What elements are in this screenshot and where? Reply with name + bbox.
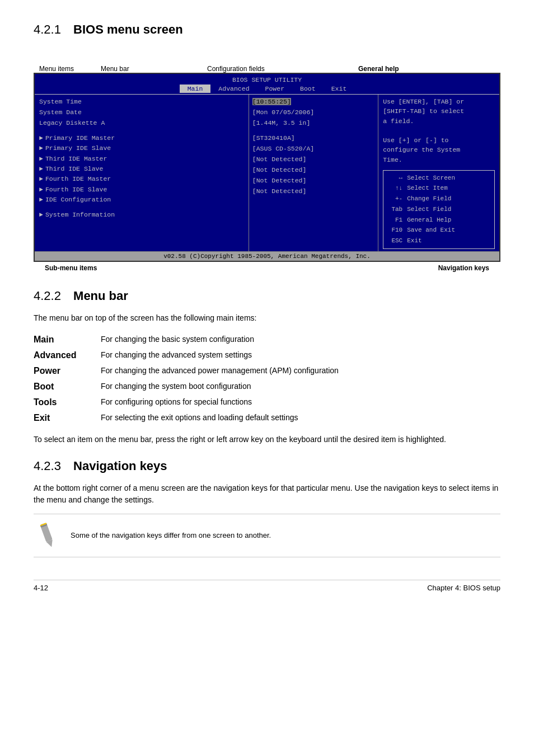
bios-item-ide-config: ►IDE Configuration [39, 195, 244, 205]
bios-menu-boot[interactable]: Boot [292, 84, 324, 93]
bios-item-primary-master: ►Primary IDE Master [39, 133, 244, 143]
diagram-labels-top: Menu items Menu bar Configuration fields… [34, 46, 500, 73]
bios-ide-val-3: [Not Detected] [252, 154, 374, 165]
menubar-table-row: AdvancedFor changing the advanced system… [34, 348, 500, 363]
label-menu-bar: Menu bar [101, 65, 129, 73]
bios-menu-power[interactable]: Power [257, 84, 293, 93]
bios-item-third-master: ►Third IDE Master [39, 154, 244, 164]
section-422-title: 4.2.2 Menu bar [34, 289, 500, 303]
bios-nav-row-change: +- Change Field [387, 194, 491, 204]
menubar-item-desc: For configuring options for special func… [101, 395, 500, 410]
bios-help-text: Use [ENTER], [TAB] or [SHIFT-TAB] to sel… [383, 97, 495, 165]
menubar-table-row: ExitFor selecting the exit options and l… [34, 410, 500, 426]
bios-nav-row-screen: ↔ Select Screen [387, 173, 491, 184]
bios-ide-val-1: [ST320410A] [252, 133, 374, 144]
bios-item-diskette: Legacy Diskette A [39, 118, 244, 129]
bios-item-sysname: System Time [39, 97, 244, 107]
menubar-table-row: ToolsFor configuring options for special… [34, 395, 500, 410]
bios-values: [10:55:25] [Mon 07/05/2006] [1.44M, 3.5 … [252, 97, 374, 129]
bios-item-third-slave: ►Third IDE Slave [39, 164, 244, 174]
bios-menu-advanced[interactable]: Advanced [210, 84, 257, 93]
bios-menu-main[interactable]: Main [180, 84, 211, 93]
menubar-item-name: Tools [34, 395, 101, 410]
bios-left-col: System Time System Date Legacy Diskette … [35, 95, 249, 251]
bios-screen: BIOS SETUP UTILITY Main Advanced Power B… [34, 73, 500, 262]
chapter-label: Chapter 4: BIOS setup [427, 584, 500, 592]
menubar-item-name: Exit [34, 410, 101, 426]
note-box: Some of the navigation keys differ from … [34, 514, 500, 557]
menubar-item-desc: For selecting the exit options and loadi… [101, 410, 500, 426]
bios-item-fourth-master: ►Fourth IDE Master [39, 174, 244, 184]
bios-header: BIOS SETUP UTILITY Main Advanced Power B… [35, 74, 499, 95]
section-422-footer: To select an item on the menu bar, press… [34, 434, 500, 445]
menubar-item-desc: For changing the system boot configurati… [101, 379, 500, 395]
bios-right-col: Use [ENTER], [TAB] or [SHIFT-TAB] to sel… [378, 95, 499, 251]
label-config-fields: Configuration fields [207, 65, 265, 73]
bios-diagram-section: 4.2.1 BIOS menu screen Menu items Menu b… [34, 22, 500, 272]
menubar-table: MainFor changing the basic system config… [34, 332, 500, 426]
section-423: 4.2.3 Navigation keys At the bottom righ… [34, 459, 500, 557]
menubar-item-name: Advanced [34, 348, 101, 363]
bios-ide-val-5: [Not Detected] [252, 176, 374, 186]
bios-ide-val-2: [ASUS CD-S520/A] [252, 144, 374, 154]
bios-ide-val-4: [Not Detected] [252, 165, 374, 176]
bios-ide-val-6: [Not Detected] [252, 186, 374, 197]
bios-item-fourth-slave: ►Fourth IDE Slave [39, 185, 244, 195]
label-menu-items: Menu items [39, 65, 74, 73]
diagram-labels-bottom: Sub-menu items Navigation keys [34, 264, 500, 272]
bios-item-sys-info: ►System Information [39, 210, 244, 220]
section-423-body: At the bottom right corner of a menu scr… [34, 482, 500, 506]
bios-nav-row-item: ↑↓ Select Item [387, 183, 491, 194]
menubar-item-name: Main [34, 332, 101, 348]
bios-mid-col: [10:55:25] [Mon 07/05/2006] [1.44M, 3.5 … [249, 95, 378, 251]
bios-val-date: [Mon 07/05/2006] [252, 107, 374, 118]
bios-menu-exit[interactable]: Exit [324, 84, 355, 93]
bios-left-items: System Time System Date Legacy Diskette … [39, 97, 244, 129]
bios-nav-row-tab: Tab Select Field [387, 204, 491, 215]
pencil-icon [34, 520, 60, 549]
page-number: 4-12 [34, 584, 48, 592]
menubar-table-row: MainFor changing the basic system config… [34, 332, 500, 348]
bios-title: BIOS SETUP UTILITY [35, 76, 499, 83]
menubar-table-row: BootFor changing the system boot configu… [34, 379, 500, 395]
page-footer: 4-12 Chapter 4: BIOS setup [34, 580, 500, 592]
section-421-title: 4.2.1 BIOS menu screen [34, 22, 500, 37]
bios-item-primary-slave: ►Primary IDE Slave [39, 143, 244, 153]
bios-nav-row-f10: F10 Save and Exit [387, 225, 491, 236]
bios-ide-values: [ST320410A] [ASUS CD-S520/A] [Not Detect… [252, 133, 374, 197]
label-sub-menu-items: Sub-menu items [45, 264, 97, 272]
menubar-item-name: Power [34, 363, 101, 379]
bios-content: System Time System Date Legacy Diskette … [35, 95, 499, 251]
bios-nav-row-esc: ESC Exit [387, 236, 491, 246]
note-text: Some of the navigation keys differ from … [71, 531, 271, 539]
menubar-item-desc: For changing the advanced power manageme… [101, 363, 500, 379]
note-icon [34, 520, 62, 551]
menubar-table-row: PowerFor changing the advanced power man… [34, 363, 500, 379]
section-422-intro: The menu bar on top of the screen has th… [34, 312, 500, 324]
bios-item-sysdate: System Date [39, 107, 244, 118]
bios-val-diskette: [1.44M, 3.5 in] [252, 118, 374, 129]
bios-nav-box: ↔ Select Screen ↑↓ Select Item +- Change… [383, 170, 495, 249]
bios-sub-items: ►Primary IDE Master ►Primary IDE Slave ►… [39, 133, 244, 205]
menubar-item-desc: For changing the advanced system setting… [101, 348, 500, 363]
bios-footer: v02.58 (C)Copyright 1985-2005, American … [35, 251, 499, 261]
menubar-item-desc: For changing the basic system configurat… [101, 332, 500, 348]
label-general-help: General help [358, 65, 399, 73]
menubar-item-name: Boot [34, 379, 101, 395]
section-422: 4.2.2 Menu bar The menu bar on top of th… [34, 289, 500, 445]
label-navigation-keys: Navigation keys [438, 264, 489, 272]
bios-nav-row-f1: F1 General Help [387, 215, 491, 226]
bios-menubar: Main Advanced Power Boot Exit [35, 84, 499, 93]
section-423-title: 4.2.3 Navigation keys [34, 459, 500, 473]
bios-val-time: [10:55:25] [252, 97, 374, 107]
